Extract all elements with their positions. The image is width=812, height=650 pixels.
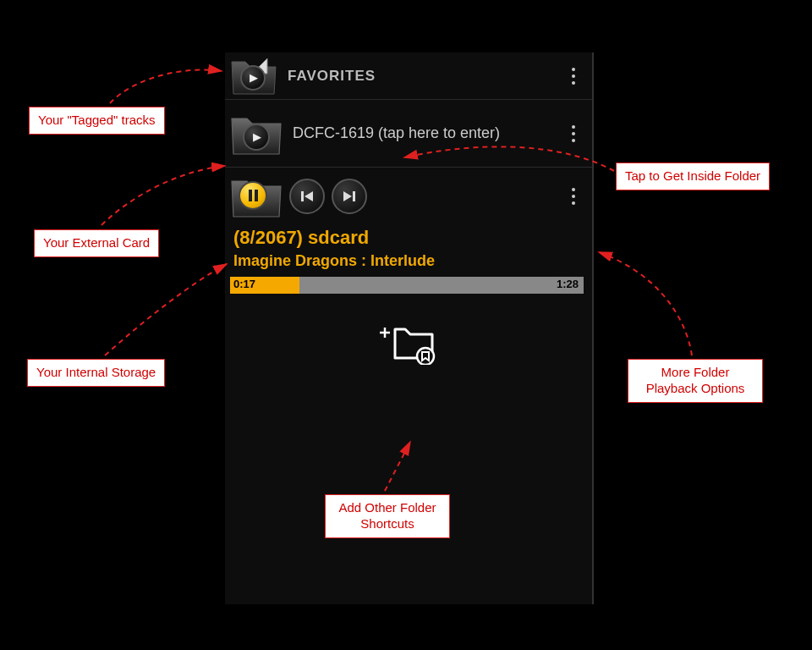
callout-internal-storage: Your Internal Storage bbox=[27, 359, 165, 387]
callout-tagged-tracks: Your "Tagged" tracks bbox=[29, 107, 165, 135]
svg-marker-5 bbox=[304, 191, 313, 201]
folder-menu-button[interactable] bbox=[563, 121, 584, 146]
track-title: Imagine Dragons : Interlude bbox=[233, 252, 584, 270]
svg-rect-6 bbox=[353, 191, 355, 201]
favorites-label: FAVORITES bbox=[288, 68, 563, 85]
folder-label: DCFC-1619 (tap here to enter) bbox=[293, 124, 563, 142]
previous-track-button[interactable] bbox=[289, 179, 325, 214]
favorites-menu-button[interactable] bbox=[563, 63, 584, 89]
callout-tap-inside-folder: Tap to Get Inside Folder bbox=[616, 162, 770, 190]
total-time: 1:28 bbox=[557, 278, 579, 290]
track-counter: (8/2067) sdcard bbox=[233, 227, 584, 249]
callout-more-options: More Folder Playback Options bbox=[628, 359, 763, 403]
now-playing-info: (8/2067) sdcard Imagine Dragons : Interl… bbox=[230, 227, 584, 270]
progress-bar[interactable]: 0:17 1:28 bbox=[230, 277, 584, 294]
callout-external-card: Your External Card bbox=[34, 229, 159, 257]
play-icon: ▶ bbox=[243, 124, 270, 151]
svg-point-10 bbox=[417, 348, 434, 365]
elapsed-time: 0:17 bbox=[233, 278, 255, 290]
sdcard-folder-icon bbox=[230, 174, 283, 218]
add-folder-shortcut-button[interactable] bbox=[376, 317, 437, 365]
folder-row[interactable]: ▶ DCFC-1619 (tap here to enter) bbox=[225, 100, 592, 168]
play-icon: ▶ bbox=[240, 65, 266, 91]
svg-rect-4 bbox=[301, 191, 304, 201]
callout-add-shortcuts: Add Other Folder Shortcuts bbox=[325, 494, 450, 538]
favorites-row[interactable]: ▶ FAVORITES bbox=[225, 52, 592, 100]
sdcard-controls bbox=[230, 174, 584, 218]
favorites-folder-icon: ▶ bbox=[230, 57, 277, 96]
folder-icon: ▶ bbox=[230, 112, 283, 156]
sdcard-menu-button[interactable] bbox=[563, 184, 584, 209]
sdcard-row: (8/2067) sdcard Imagine Dragons : Interl… bbox=[225, 168, 592, 365]
svg-marker-7 bbox=[343, 191, 352, 201]
pause-icon[interactable] bbox=[239, 181, 267, 210]
next-track-button[interactable] bbox=[332, 179, 367, 214]
